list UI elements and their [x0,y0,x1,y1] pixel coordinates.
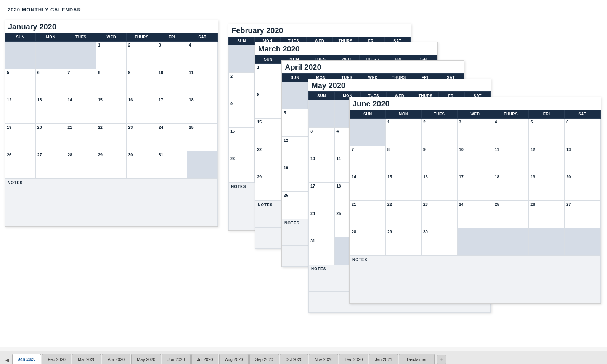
cal-day [457,228,493,256]
tab-bar: ◀ Jan 2020Feb 2020Mar 2020Apr 2020May 20… [0,351,607,364]
cal-day: 26 [5,151,36,179]
cal-day: 15 [255,119,281,146]
cal-day: 20 [565,173,601,201]
cal-day: 17 [157,96,187,124]
tab-jan2020[interactable]: Jan 2020 [12,354,41,364]
cal-day [529,228,565,256]
cal-day: 27 [35,151,66,179]
tab-dec2020[interactable]: Dec 2020 [339,354,368,364]
day-header: SAT [565,110,601,119]
cal-day: 3 [457,119,493,146]
cal-day [187,151,218,179]
cal-day: 3 [157,42,187,69]
cal-day: 8 [255,91,281,119]
day-header: SUN [5,33,36,42]
cal-day: 18 [493,173,529,201]
cal-day: 4 [493,119,529,146]
cal-day: 22 [255,146,281,173]
cal-day: 31 [157,151,187,179]
notes-label: NOTES [5,179,218,205]
cal-day: 28 [350,228,386,256]
tab-sep2020[interactable]: Sep 2020 [249,354,279,364]
month-title-mar2020: March 2020 [255,42,437,55]
cal-day: 9 [229,100,255,128]
cal-day: 7 [66,69,96,96]
cal-day: 2 [127,42,157,69]
day-header: MON [385,110,421,119]
day-header: SUN [255,55,281,64]
day-header: TUES [421,110,457,119]
cal-day: 13 [565,146,601,173]
cal-day: 5 [529,119,565,146]
day-header: SAT [187,33,218,42]
day-header: THURS [493,110,529,119]
tab-jul2020[interactable]: Jul 2020 [191,354,219,364]
cal-day: 21 [350,201,386,228]
cal-day: 23 [421,201,457,228]
cal-day: 10 [457,146,493,173]
cal-day: 16 [229,128,255,155]
cal-day: 14 [350,173,386,201]
cal-day: 29 [96,151,127,179]
cal-day: 19 [5,124,36,151]
cal-day: 29 [255,173,281,201]
day-header: SUN [282,74,308,82]
tab-oct2020[interactable]: Oct 2020 [280,354,308,364]
cal-day: 16 [127,96,157,124]
tab-prev-arrow[interactable]: ◀ [3,356,11,364]
cal-day: 17 [309,183,335,210]
cal-day: 24 [157,124,187,151]
cal-day: 8 [385,146,421,173]
cal-day: 14 [66,96,96,124]
cal-day: 12 [282,137,308,164]
cal-day: 6 [565,119,601,146]
cal-day: 16 [421,173,457,201]
cal-day [309,100,335,128]
day-header: THURS [127,33,157,42]
cal-day: 1 [255,64,281,91]
cal-day: 7 [350,146,386,173]
day-header: FRI [529,110,565,119]
cal-day [565,228,601,256]
tab-aug2020[interactable]: Aug 2020 [219,354,249,364]
calendar-jun2020: June 2020SUNMONTUESWEDTHURSFRISAT1234567… [349,97,601,304]
tab-apr2020[interactable]: Apr 2020 [102,354,130,364]
cal-day: 12 [529,146,565,173]
notes-space [5,205,218,226]
cal-day [493,228,529,256]
cal-day: 2 [229,73,255,100]
cal-day: 19 [282,164,308,192]
day-header: TUES [66,33,96,42]
cal-day: 15 [385,173,421,201]
day-header: SUN [309,92,335,100]
cal-day: 1 [96,42,127,69]
cal-day: 23 [127,124,157,151]
page-title: 2020 MONTHLY CALENDAR [8,7,599,13]
cal-day [350,119,386,146]
tab-may2020[interactable]: May 2020 [131,354,161,364]
cal-day: 20 [35,124,66,151]
cal-day [66,42,96,69]
month-title-may2020: May 2020 [308,79,491,91]
cal-day: 30 [421,228,457,256]
cal-day: 1 [385,119,421,146]
cal-day: 31 [309,237,335,265]
cal-day: 10 [157,69,187,96]
cal-table-jan2020: SUNMONTUESWEDTHURSFRISAT1234567891011121… [5,33,218,226]
tab-nov2020[interactable]: Nov 2020 [309,354,338,364]
cal-day: 4 [187,42,218,69]
cal-day: 2 [421,119,457,146]
cal-table-jun2020: SUNMONTUESWEDTHURSFRISAT1234567891011121… [350,110,601,303]
tab-jan2021[interactable]: Jan 2021 [369,354,398,364]
cal-day: 3 [309,128,335,155]
add-tab-button[interactable]: + [437,355,446,364]
day-header: SUN [350,110,386,119]
tab-mar2020[interactable]: Mar 2020 [72,354,101,364]
tab-feb2020[interactable]: Feb 2020 [42,354,71,364]
tab-disclaimer[interactable]: - Disclaimer - [399,354,435,364]
cal-day: 24 [457,201,493,228]
cal-day: 26 [529,201,565,228]
cal-day: 22 [96,124,127,151]
notes-space [350,282,601,303]
tab-jun2020[interactable]: Jun 2020 [162,354,190,364]
